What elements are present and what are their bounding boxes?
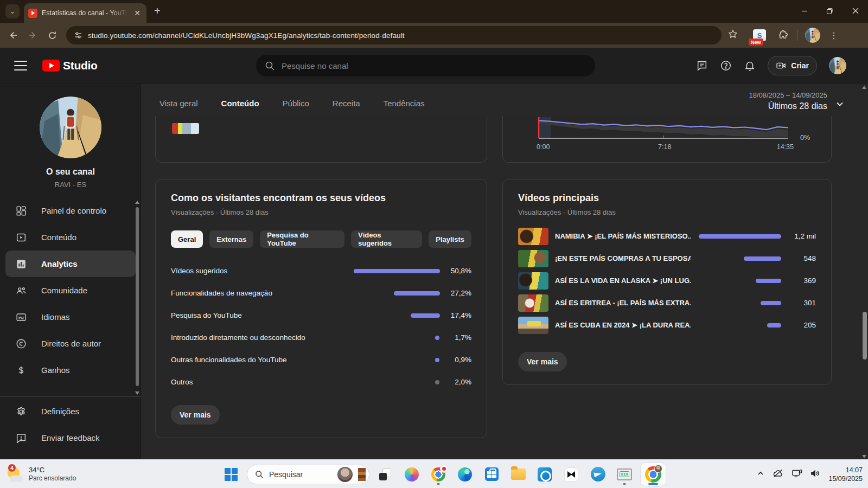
- new-tab-button[interactable]: +: [154, 5, 161, 16]
- window-minimize-button[interactable]: [792, 0, 817, 22]
- tab-p-blico[interactable]: Público: [283, 99, 309, 110]
- bookmark-star-icon[interactable]: [728, 29, 738, 41]
- scroll-up-arrow[interactable]: [862, 86, 866, 89]
- video-title[interactable]: NAMIBIA ➤ ¡EL PAÍS MÁS MISTERIOSO...: [555, 232, 691, 240]
- network-display-icon[interactable]: [792, 468, 802, 480]
- copilot-button[interactable]: [401, 464, 423, 485]
- onedrive-paused-icon[interactable]: [772, 468, 784, 480]
- window-restore-button[interactable]: [817, 0, 843, 22]
- video-title[interactable]: ASÍ ES LA VIDA EN ALASKA ➤ ¡UN LUG...: [555, 277, 691, 285]
- traffic-row[interactable]: Pesquisa do YouTube17,4%: [171, 304, 471, 326]
- sidebar-item-ganhos[interactable]: Ganhos: [5, 357, 136, 383]
- browser-profile-avatar[interactable]: [805, 28, 820, 43]
- address-bar[interactable]: studio.youtube.com/channel/UCidKLeUncbjH…: [66, 26, 722, 44]
- chip-geral[interactable]: Geral: [171, 230, 203, 248]
- traffic-row[interactable]: Vídeos sugeridos50,8%: [171, 260, 471, 282]
- x10-tool-icon[interactable]: x10: [614, 464, 635, 485]
- telegram-icon[interactable]: [587, 464, 609, 485]
- top-video-row[interactable]: ASÍ ES ERITREA - ¡EL PAÍS MÁS EXTRA...30…: [518, 292, 816, 314]
- window-close-button[interactable]: [843, 0, 868, 22]
- task-view-button[interactable]: [374, 464, 396, 485]
- tab-search-button[interactable]: ⌄: [5, 4, 20, 18]
- video-title[interactable]: ASÍ ES CUBA EN 2024 ➤ ¡LA DURA REA...: [555, 321, 691, 329]
- browser-tab[interactable]: Estatísticas do canal - YouTube ✕: [24, 3, 146, 23]
- scroll-down-arrow[interactable]: [862, 455, 866, 458]
- sidebar-scrollbar[interactable]: [135, 198, 140, 396]
- sidebar-item-defini-es[interactable]: Definições: [5, 398, 136, 425]
- chrome-active-taskbar-icon[interactable]: [640, 463, 666, 486]
- traffic-source-label: Funcionalidades de navegação: [171, 289, 353, 297]
- traffic-row[interactable]: Introduzido diretamente ou desconhecido1…: [171, 326, 471, 349]
- help-icon[interactable]: [720, 60, 732, 72]
- sidebar-item-painel-de-controlo[interactable]: Painel de controlo: [5, 197, 136, 224]
- site-settings-icon[interactable]: [74, 31, 82, 40]
- sidebar-item-idiomas[interactable]: Idiomas: [5, 304, 136, 330]
- top-video-row[interactable]: ASÍ ES LA VIDA EN ALASKA ➤ ¡UN LUG...369: [518, 269, 816, 292]
- chip-v-deos-sugeridos[interactable]: Vídeos sugeridos: [351, 230, 422, 248]
- capcut-icon[interactable]: [560, 464, 582, 485]
- video-thumbnail[interactable]: [518, 294, 548, 312]
- forward-button[interactable]: [26, 29, 39, 42]
- outlook-icon[interactable]: [534, 464, 556, 485]
- tab-receita[interactable]: Receita: [333, 99, 360, 110]
- video-title[interactable]: ¡EN ESTE PAÍS COMPRAS A TU ESPOSA...: [555, 254, 691, 262]
- see-more-button[interactable]: Ver mais: [518, 352, 567, 371]
- scroll-down-arrow[interactable]: [135, 391, 139, 395]
- video-thumbnail[interactable]: [518, 272, 548, 290]
- volume-icon[interactable]: [810, 468, 821, 480]
- video-thumbnail[interactable]: [518, 228, 548, 245]
- sidebar-item-enviar-feedback[interactable]: Enviar feedback: [5, 425, 136, 451]
- chip-playlists[interactable]: Playlists: [429, 230, 471, 248]
- scrollbar-thumb[interactable]: [863, 312, 867, 359]
- sidebar-item-conte-do[interactable]: Conteúdo: [5, 224, 136, 251]
- chevron-down-icon[interactable]: [834, 99, 845, 112]
- tab-tend-ncias[interactable]: Tendências: [384, 99, 425, 110]
- tab-vista-geral[interactable]: Vista geral: [159, 99, 198, 110]
- traffic-row[interactable]: Outros2,0%: [171, 371, 471, 393]
- top-video-row[interactable]: NAMIBIA ➤ ¡EL PAÍS MÁS MISTERIOSO...1,2 …: [518, 225, 816, 247]
- create-button[interactable]: Criar: [768, 56, 817, 75]
- reload-button[interactable]: [46, 29, 59, 42]
- scroll-up-arrow[interactable]: [135, 201, 139, 204]
- back-button[interactable]: [7, 29, 20, 42]
- traffic-row[interactable]: Funcionalidades de navegação27,2%: [171, 282, 471, 304]
- microsoft-store-icon[interactable]: [481, 464, 502, 485]
- notifications-bell-icon[interactable]: [744, 60, 756, 72]
- feedback-comment-icon[interactable]: [696, 60, 708, 72]
- retention-chart[interactable]: [537, 117, 794, 140]
- sidebar-item-direitos-de-autor[interactable]: Direitos de autor: [5, 330, 136, 357]
- tab-close-icon[interactable]: ✕: [132, 8, 142, 18]
- start-button[interactable]: [220, 464, 242, 485]
- see-more-button[interactable]: Ver mais: [171, 405, 220, 425]
- channel-search-input[interactable]: Pesquise no canal: [256, 55, 595, 76]
- taskbar-clock[interactable]: 14:07 15/09/2025: [828, 466, 863, 483]
- chip-pesquisa-do-youtube[interactable]: Pesquisa do YouTube: [260, 230, 344, 248]
- weather-widget[interactable]: 4 34°C Parc ensolarado: [7, 466, 76, 482]
- extension-icon[interactable]: S New: [753, 29, 766, 41]
- page-scrollbar[interactable]: [861, 84, 868, 459]
- sidebar-item-comunidade[interactable]: Comunidade: [5, 277, 136, 304]
- browser-menu-icon[interactable]: ⋮: [829, 30, 839, 41]
- hamburger-menu-icon[interactable]: [14, 61, 27, 70]
- traffic-bar: [353, 357, 440, 363]
- sidebar-item-analytics[interactable]: Analytics: [5, 251, 136, 277]
- video-title[interactable]: ASÍ ES ERITREA - ¡EL PAÍS MÁS EXTRA...: [555, 299, 691, 307]
- top-video-row[interactable]: ASÍ ES CUBA EN 2024 ➤ ¡LA DURA REA...205: [518, 314, 816, 336]
- chrome-taskbar-icon[interactable]: [427, 464, 449, 485]
- extensions-puzzle-icon[interactable]: [778, 29, 788, 42]
- date-range-picker[interactable]: 18/08/2025 – 14/09/2025 Últimos 28 dias: [749, 91, 827, 111]
- video-thumbnail[interactable]: [518, 317, 548, 334]
- chip-externas[interactable]: Externas: [209, 230, 253, 248]
- edge-taskbar-icon[interactable]: [454, 464, 476, 485]
- channel-avatar[interactable]: [40, 97, 101, 158]
- youtube-studio-logo[interactable]: Studio: [42, 59, 98, 72]
- top-video-row[interactable]: ¡EN ESTE PAÍS COMPRAS A TU ESPOSA...548: [518, 247, 816, 269]
- tab-conte-do[interactable]: Conteúdo: [221, 99, 259, 110]
- file-explorer-icon[interactable]: [507, 464, 529, 485]
- account-avatar[interactable]: [829, 57, 846, 74]
- video-thumbnail[interactable]: [518, 250, 548, 267]
- taskbar-search[interactable]: Pesquisar: [247, 465, 369, 484]
- scrollbar-thumb[interactable]: [136, 207, 139, 386]
- tray-chevron-up-icon[interactable]: [757, 470, 764, 479]
- traffic-row[interactable]: Outras funcionalidades do YouTube0,9%: [171, 349, 471, 371]
